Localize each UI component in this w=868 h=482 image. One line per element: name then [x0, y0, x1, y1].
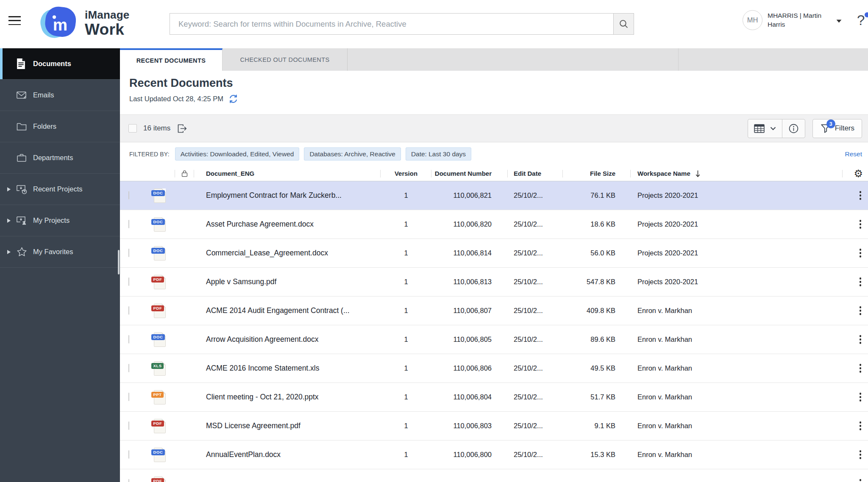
hamburger-menu-button[interactable]: [8, 16, 24, 28]
user-area: MH MHARRIS | Martin Harris ?: [743, 10, 865, 30]
column-header-doc-number[interactable]: Document Number: [431, 166, 508, 181]
sidebar-item-departments[interactable]: Departments: [0, 142, 120, 174]
table-row[interactable]: PDF: [120, 469, 868, 482]
search-icon: [619, 19, 629, 29]
my-projects-icon: [16, 215, 33, 226]
row-checkbox[interactable]: [128, 364, 129, 372]
sidebar-item-my-projects[interactable]: My Projects: [0, 205, 120, 236]
row-checkbox[interactable]: [128, 450, 129, 459]
view-mode-button[interactable]: [748, 119, 782, 138]
sidebar-item-label: My Projects: [33, 216, 70, 224]
avatar-initials: MH: [747, 16, 758, 24]
file-size: 49.5 KB: [563, 364, 631, 372]
file-size: 15.3 KB: [563, 451, 631, 459]
chevron-down-icon: [770, 127, 776, 130]
table-row[interactable]: PDF MSD License Agreement.pdf 1 110,006,…: [120, 412, 868, 440]
tab-strip: RECENT DOCUMENTS CHECKED OUT DOCUMENTS: [120, 48, 868, 71]
column-header-version[interactable]: Version: [381, 166, 431, 181]
document-name[interactable]: AnnualEventPlan.docx: [194, 450, 381, 459]
tab-recent-documents[interactable]: RECENT DOCUMENTS: [120, 48, 223, 71]
column-header-edit-date[interactable]: Edit Date: [508, 166, 563, 181]
avatar[interactable]: MH: [743, 10, 762, 30]
document-name[interactable]: Arrow Acquisition Agreement.docx: [194, 335, 381, 344]
row-menu-kebab-icon[interactable]: [858, 419, 863, 433]
sort-descending-icon: [695, 169, 701, 178]
table-row[interactable]: PDF ACME 2014 Audit Engagement Contract …: [120, 296, 868, 325]
export-button[interactable]: [176, 123, 188, 134]
table-row[interactable]: PPT Client meeting - Oct 21, 2020.pptx 1…: [120, 383, 868, 412]
column-header-name[interactable]: Document_ENG: [194, 166, 381, 181]
document-name[interactable]: Apple v Samsung.pdf: [194, 277, 381, 286]
row-checkbox[interactable]: [128, 306, 129, 315]
column-header-workspace[interactable]: Workspace Name: [631, 166, 843, 181]
lock-icon: [181, 169, 188, 177]
document-name[interactable]: Client meeting - Oct 21, 2020.pptx: [194, 393, 381, 402]
filter-chip-2[interactable]: Date: Last 30 days: [406, 147, 471, 161]
row-menu-kebab-icon[interactable]: [858, 217, 863, 231]
expand-caret-icon[interactable]: [7, 249, 16, 255]
column-settings-button[interactable]: ⚙: [843, 166, 868, 181]
row-menu-kebab-icon[interactable]: [858, 304, 863, 318]
user-menu-caret-icon[interactable]: [836, 19, 842, 23]
document-name[interactable]: Employment Contract for Mark Zuckerb...: [194, 191, 381, 200]
workspace-name: Projects 2020-2021: [631, 220, 843, 228]
row-menu-kebab-icon[interactable]: [858, 448, 863, 462]
table-row[interactable]: DOC AnnualEventPlan.docx 1 110,006,800 2…: [120, 440, 868, 469]
table-row[interactable]: DOC Asset Purchase Agreement.docx 1 110,…: [120, 210, 868, 239]
filter-bar: FILTERED BY: Activities: Downloaded, Edi…: [120, 142, 868, 166]
table-row[interactable]: PDF Apple v Samsung.pdf 1 110,006,813 25…: [120, 268, 868, 296]
document-version: 1: [381, 335, 431, 343]
row-menu-kebab-icon[interactable]: [858, 332, 863, 346]
column-header-lock[interactable]: [175, 166, 194, 181]
tab-checked-out-documents[interactable]: CHECKED OUT DOCUMENTS: [223, 48, 348, 71]
sidebar-item-documents[interactable]: Documents: [0, 48, 120, 80]
sidebar-item-my-favorites[interactable]: My Favorites: [0, 236, 120, 268]
file-size: 9.1 KB: [563, 422, 631, 430]
sidebar-item-emails[interactable]: Emails: [0, 80, 120, 111]
row-checkbox[interactable]: [128, 393, 129, 401]
row-checkbox[interactable]: [128, 191, 129, 199]
sidebar-item-folders[interactable]: Folders: [0, 111, 120, 142]
row-checkbox[interactable]: [128, 249, 129, 257]
filtered-by-label: FILTERED BY:: [129, 151, 170, 158]
search-button[interactable]: [613, 14, 634, 34]
filters-button[interactable]: 3 Filters: [812, 119, 862, 138]
document-name[interactable]: Asset Purchase Agreement.docx: [194, 220, 381, 229]
expand-caret-icon[interactable]: [7, 187, 16, 192]
row-checkbox[interactable]: [128, 220, 129, 228]
row-menu-kebab-icon[interactable]: [858, 246, 863, 260]
row-menu-kebab-icon[interactable]: [858, 476, 863, 482]
table-row[interactable]: DOC Commercial_Lease_Agreement.docx 1 11…: [120, 239, 868, 268]
table-row[interactable]: XLS ACME 2016 Income Statement.xls 1 110…: [120, 354, 868, 383]
row-checkbox[interactable]: [128, 421, 129, 430]
table-row[interactable]: DOC Arrow Acquisition Agreement.docx 1 1…: [120, 325, 868, 354]
select-all-checkbox[interactable]: [128, 124, 137, 133]
reset-filters-link[interactable]: Reset: [845, 150, 862, 158]
filter-chip-0[interactable]: Activities: Downloaded, Edited, Viewed: [175, 147, 300, 161]
search-input[interactable]: [170, 14, 613, 34]
sidebar-item-label: My Favorites: [33, 248, 73, 256]
table-row[interactable]: DOC Employment Contract for Mark Zuckerb…: [120, 181, 868, 210]
expand-caret-icon[interactable]: [7, 218, 16, 223]
info-button[interactable]: [782, 119, 805, 138]
row-checkbox[interactable]: [128, 335, 129, 343]
row-menu-kebab-icon[interactable]: [858, 275, 863, 289]
refresh-icon[interactable]: [228, 94, 238, 104]
document-name[interactable]: MSD License Agreement.pdf: [194, 421, 381, 430]
document-name[interactable]: ACME 2014 Audit Engagement Contract (...: [194, 306, 381, 315]
document-name[interactable]: ACME 2016 Income Statement.xls: [194, 364, 381, 373]
toolbar: 16 items: [120, 114, 868, 142]
sidebar-item-recent-projects[interactable]: Recent Projects: [0, 174, 120, 205]
sidebar-resize-handle[interactable]: [118, 250, 120, 274]
row-checkbox[interactable]: [128, 479, 129, 482]
row-menu-kebab-icon[interactable]: [858, 188, 863, 202]
filter-chip-1[interactable]: Databases: Archive, Reactive: [304, 147, 401, 161]
column-header-file-size[interactable]: File Size: [563, 166, 631, 181]
document-name[interactable]: Commercial_Lease_Agreement.docx: [194, 249, 381, 258]
row-checkbox[interactable]: [128, 277, 129, 286]
row-menu-kebab-icon[interactable]: [858, 361, 863, 375]
sidebar-item-label: Departments: [33, 154, 73, 162]
row-menu-kebab-icon[interactable]: [858, 390, 863, 404]
help-icon[interactable]: ?: [857, 12, 865, 28]
file-size: 56.0 KB: [563, 249, 631, 257]
